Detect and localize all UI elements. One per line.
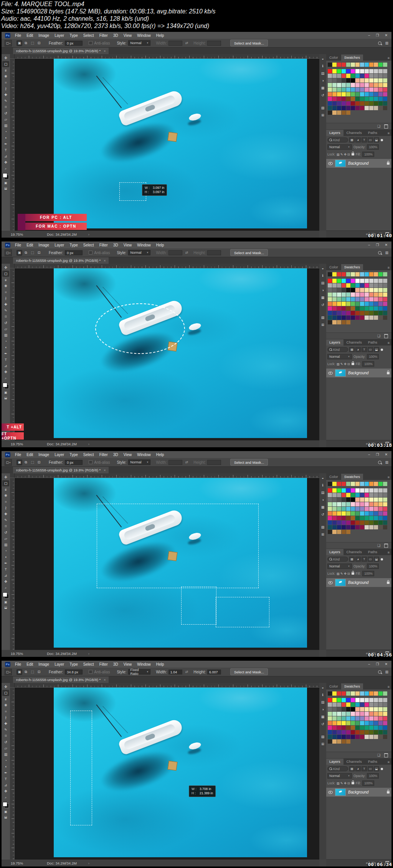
- blend-mode-select[interactable]: Normal ▼: [327, 564, 352, 569]
- swatch[interactable]: [346, 698, 350, 702]
- background-layer-row[interactable]: Background: [326, 159, 391, 168]
- swatch[interactable]: [342, 101, 346, 106]
- swatch[interactable]: [378, 297, 383, 301]
- height-input[interactable]: 6.007: [207, 670, 221, 675]
- swatch[interactable]: [342, 511, 346, 516]
- swatch[interactable]: [374, 691, 378, 696]
- lock-artboard-icon[interactable]: ⊡: [347, 572, 350, 575]
- foreground-background-colors[interactable]: [3, 802, 9, 808]
- eyedropper-tool[interactable]: ∤: [2, 295, 9, 301]
- swatch[interactable]: [346, 279, 350, 283]
- swatch[interactable]: [374, 712, 378, 716]
- filter-pixel-icon[interactable]: ▦: [349, 137, 355, 142]
- swatch[interactable]: [328, 502, 332, 506]
- swatch[interactable]: [374, 730, 378, 734]
- layer-search-field[interactable]: Kind: [327, 137, 348, 142]
- lock-pixels-icon[interactable]: ✎: [340, 362, 344, 366]
- swatch[interactable]: [383, 507, 387, 511]
- filter-type-icon[interactable]: T: [362, 557, 367, 562]
- swatch[interactable]: [374, 288, 378, 292]
- menu-edit[interactable]: Edit: [26, 662, 33, 666]
- swatch[interactable]: [342, 716, 346, 721]
- swatch[interactable]: [328, 283, 332, 288]
- swatch[interactable]: [346, 306, 350, 311]
- swatch[interactable]: [360, 272, 364, 276]
- delete-swatch-icon[interactable]: [384, 544, 388, 548]
- filter-toggle-icon[interactable]: [381, 349, 383, 351]
- swatch[interactable]: [355, 707, 360, 711]
- swatch[interactable]: [351, 703, 355, 707]
- feather-input[interactable]: 34.8 px: [65, 670, 83, 675]
- swatch[interactable]: [355, 316, 360, 320]
- swatch[interactable]: [351, 507, 355, 511]
- background-layer-row[interactable]: Background: [326, 578, 391, 587]
- swatch[interactable]: [346, 511, 350, 516]
- menu-filter[interactable]: Filter: [99, 662, 108, 666]
- swatch[interactable]: [342, 691, 346, 696]
- swatch[interactable]: [346, 101, 350, 106]
- swatch[interactable]: [383, 106, 387, 110]
- swatch[interactable]: [365, 302, 369, 306]
- mode-intersect-selection[interactable]: ⊡: [36, 250, 42, 256]
- eyedropper-tool[interactable]: ∤: [2, 86, 9, 92]
- mode-intersect-selection[interactable]: ⊡: [36, 460, 42, 465]
- swatch[interactable]: [369, 83, 373, 87]
- swatch[interactable]: [342, 83, 346, 87]
- menu-type[interactable]: Type: [69, 33, 78, 38]
- mode-new-selection[interactable]: ▣: [17, 460, 22, 465]
- swatch[interactable]: [351, 735, 355, 739]
- swatch[interactable]: [383, 521, 387, 525]
- tab-paths[interactable]: Paths: [365, 339, 380, 346]
- menu-layer[interactable]: Layer: [54, 662, 64, 666]
- swatch[interactable]: [355, 521, 360, 525]
- history-panel-icon[interactable]: ↺: [320, 93, 325, 98]
- swatch[interactable]: [374, 279, 378, 283]
- swatch[interactable]: [351, 482, 355, 486]
- swatch[interactable]: [355, 106, 360, 110]
- swatch[interactable]: [374, 97, 378, 101]
- swatch[interactable]: [360, 507, 364, 511]
- swatch[interactable]: [342, 525, 346, 529]
- swatch[interactable]: [365, 97, 369, 101]
- swatch[interactable]: [342, 88, 346, 92]
- swatch[interactable]: [369, 511, 373, 516]
- swatch[interactable]: [365, 74, 369, 78]
- swatch[interactable]: [383, 707, 387, 711]
- lock-transparency-icon[interactable]: ▨: [337, 153, 340, 156]
- type-tool[interactable]: T: [2, 147, 9, 153]
- swatch[interactable]: [328, 306, 332, 311]
- swatch[interactable]: [369, 721, 373, 725]
- swatch[interactable]: [355, 691, 360, 696]
- swatch[interactable]: [378, 716, 383, 721]
- menu-view[interactable]: View: [124, 662, 132, 666]
- mode-subtract-selection[interactable]: ⬚: [30, 40, 35, 46]
- swatch[interactable]: [328, 498, 332, 502]
- swatch[interactable]: [355, 507, 360, 511]
- swatch[interactable]: [383, 279, 387, 283]
- swatch[interactable]: [328, 88, 332, 92]
- swatch[interactable]: [346, 730, 350, 734]
- swatch[interactable]: [374, 101, 378, 106]
- swatch[interactable]: [383, 293, 387, 297]
- swatch[interactable]: [378, 69, 383, 73]
- tab-layers[interactable]: Layers: [326, 339, 343, 346]
- swatch[interactable]: [342, 78, 346, 83]
- swatch[interactable]: [342, 502, 346, 506]
- swatch[interactable]: [328, 707, 332, 711]
- swatch[interactable]: [342, 712, 346, 716]
- swatch[interactable]: [383, 482, 387, 486]
- swatch[interactable]: [342, 311, 346, 315]
- swatch[interactable]: [365, 521, 369, 525]
- swatch[interactable]: [346, 739, 350, 744]
- close-icon[interactable]: ✕: [385, 33, 388, 37]
- filter-toggle-icon[interactable]: [381, 558, 383, 560]
- swatch[interactable]: [332, 507, 337, 511]
- mode-add-selection[interactable]: ⧉: [23, 250, 29, 256]
- mode-subtract-selection[interactable]: ⬚: [30, 460, 35, 465]
- swatch[interactable]: [374, 488, 378, 493]
- swatch[interactable]: [365, 698, 369, 702]
- zoom-level[interactable]: 19.75%: [11, 442, 23, 446]
- tab-close-icon[interactable]: ×: [104, 678, 106, 682]
- tab-layers[interactable]: Layers: [326, 130, 343, 136]
- swatch[interactable]: [342, 302, 346, 306]
